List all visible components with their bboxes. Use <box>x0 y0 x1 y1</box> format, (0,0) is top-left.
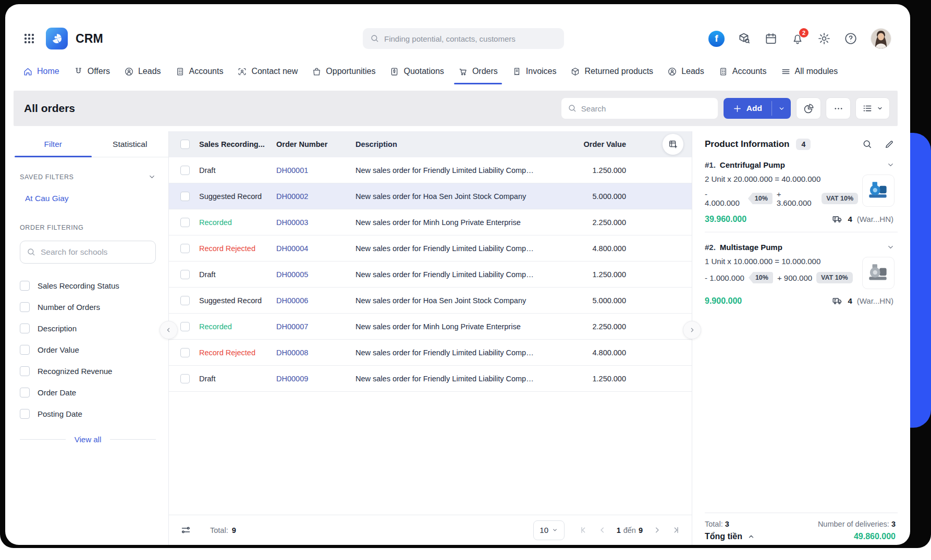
filter-recognized-revenue[interactable]: Recognized Revenue <box>20 360 156 382</box>
nav-item-quotations[interactable]: Quotations <box>389 58 444 84</box>
add-column-button[interactable] <box>663 134 683 155</box>
checkbox[interactable] <box>20 366 30 376</box>
nav-item-leads-2[interactable]: Leads <box>667 58 704 84</box>
checkbox[interactable] <box>20 281 30 291</box>
filter-search-input[interactable] <box>41 247 149 257</box>
order-status: Draft <box>199 166 215 175</box>
add-dropdown-caret[interactable] <box>772 98 791 119</box>
filter-order-date[interactable]: Order Date <box>20 382 156 403</box>
table-row[interactable]: Recorded DH00003 New sales order for Min… <box>169 209 692 235</box>
top-icon-group: f 2 <box>708 28 891 49</box>
collapse-chevron-icon[interactable] <box>887 243 895 251</box>
product-search-icon[interactable] <box>738 32 751 45</box>
row-checkbox[interactable] <box>180 348 190 357</box>
order-number-link[interactable]: DH00005 <box>276 270 308 279</box>
row-checkbox[interactable] <box>180 296 190 305</box>
order-number-link[interactable]: DH00008 <box>276 349 308 357</box>
more-actions-button[interactable] <box>826 98 850 119</box>
filter-order-value[interactable]: Order Value <box>20 339 156 360</box>
row-checkbox[interactable] <box>180 244 190 253</box>
row-checkbox[interactable] <box>180 166 190 175</box>
checkbox[interactable] <box>20 345 30 355</box>
notifications-bell-icon[interactable]: 2 <box>791 32 804 45</box>
display-settings-icon[interactable] <box>180 525 191 536</box>
chevron-down-icon[interactable] <box>148 173 156 181</box>
order-number-link[interactable]: DH00007 <box>276 322 308 331</box>
user-avatar[interactable] <box>871 28 891 49</box>
row-checkbox[interactable] <box>180 270 190 279</box>
table-row[interactable]: Suggested Record DH00006 New sales order… <box>169 288 692 314</box>
row-checkbox[interactable] <box>180 192 190 201</box>
column-description[interactable]: Description <box>356 140 539 148</box>
scroll-left-button[interactable] <box>160 321 178 339</box>
order-number-link[interactable]: DH00004 <box>276 244 308 253</box>
crm-logo[interactable] <box>46 28 68 49</box>
column-order-number[interactable]: Order Number <box>276 140 356 148</box>
checkbox[interactable] <box>20 323 30 333</box>
select-all-checkbox[interactable] <box>180 140 190 149</box>
app-grid-icon[interactable] <box>23 32 35 45</box>
order-number-link[interactable]: DH00002 <box>276 192 308 201</box>
order-number-link[interactable]: DH00003 <box>276 218 308 227</box>
nav-item-accounts[interactable]: Accounts <box>175 58 224 84</box>
checkbox[interactable] <box>20 409 30 419</box>
prev-page-button[interactable] <box>598 526 607 534</box>
nav-item-offers[interactable]: Offers <box>74 58 110 84</box>
scroll-right-button[interactable] <box>683 321 701 339</box>
row-checkbox[interactable] <box>180 374 190 383</box>
chart-view-button[interactable] <box>797 98 820 119</box>
column-order-value[interactable]: Order Value <box>539 140 630 148</box>
first-page-button[interactable] <box>579 526 588 534</box>
orders-search-input[interactable] <box>581 104 712 113</box>
saved-filter-at-cau-giay[interactable]: At Cau Giay <box>25 194 69 203</box>
help-icon[interactable] <box>844 32 858 45</box>
facebook-icon[interactable]: f <box>708 31 725 47</box>
nav-item-opportunities[interactable]: Opportunities <box>312 58 375 84</box>
table-row[interactable]: Record Rejected DH00004 New sales order … <box>169 235 692 262</box>
settings-gear-icon[interactable] <box>817 32 831 45</box>
view-switcher-button[interactable] <box>856 98 889 119</box>
calendar-icon[interactable] <box>764 32 778 45</box>
nav-item-returned-products[interactable]: Returned products <box>570 58 653 84</box>
table-row[interactable]: Draft DH00005 New sales order for Friend… <box>169 262 692 288</box>
checkbox[interactable] <box>20 302 30 312</box>
tab-filter[interactable]: Filter <box>15 131 92 157</box>
nav-item-all-modules[interactable]: All modules <box>781 58 838 84</box>
row-checkbox[interactable] <box>180 322 190 331</box>
add-order-button[interactable]: Add <box>724 98 791 119</box>
caret-up-icon[interactable] <box>748 533 755 540</box>
next-page-button[interactable] <box>653 526 662 534</box>
nav-item-leads[interactable]: Leads <box>124 58 161 84</box>
order-number-link[interactable]: DH00009 <box>276 375 308 383</box>
edit-pencil-icon[interactable] <box>884 139 895 150</box>
orders-search[interactable] <box>561 98 718 119</box>
global-search[interactable] <box>363 28 564 49</box>
tab-statistical[interactable]: Statistical <box>92 131 169 157</box>
nav-item-accounts-2[interactable]: Accounts <box>718 58 767 84</box>
filter-number-of-orders[interactable]: Number of Orders <box>20 296 156 318</box>
filter-description[interactable]: Description <box>20 318 156 339</box>
nav-item-invoices[interactable]: Invoices <box>512 58 557 84</box>
column-status[interactable]: Sales Recording... <box>199 140 276 148</box>
view-all-link[interactable]: View all <box>75 435 101 444</box>
search-icon[interactable] <box>862 139 873 150</box>
filter-sales-recording-status[interactable]: Sales Recording Status <box>20 275 156 296</box>
order-number-link[interactable]: DH00006 <box>276 296 308 305</box>
checkbox[interactable] <box>20 388 30 397</box>
table-row[interactable]: Recorded DH00007 New sales order for Min… <box>169 314 692 340</box>
table-row[interactable]: Draft DH00001 New sales order for Friend… <box>169 157 692 183</box>
nav-item-contact-new[interactable]: Contact new <box>237 58 298 84</box>
global-search-input[interactable] <box>384 34 557 43</box>
table-row[interactable]: Suggested Record DH00002 New sales order… <box>169 183 692 209</box>
page-size-select[interactable]: 10 <box>533 520 565 540</box>
filter-posting-date[interactable]: Posting Date <box>20 403 156 425</box>
table-row[interactable]: Draft DH00009 New sales order for Friend… <box>169 366 692 392</box>
nav-item-home[interactable]: Home <box>23 58 59 84</box>
filter-search[interactable] <box>20 241 156 264</box>
row-checkbox[interactable] <box>180 218 190 227</box>
order-number-link[interactable]: DH00001 <box>276 166 308 175</box>
table-row[interactable]: Record Rejected DH00008 New sales order … <box>169 340 692 366</box>
last-page-button[interactable] <box>671 526 680 534</box>
nav-item-orders[interactable]: Orders <box>458 58 498 84</box>
collapse-chevron-icon[interactable] <box>887 161 895 169</box>
